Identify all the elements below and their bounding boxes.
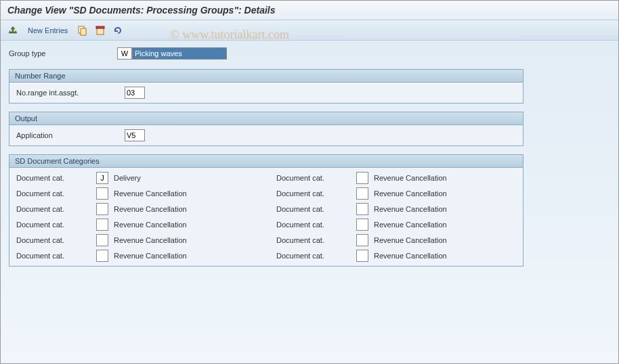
application-input[interactable]	[125, 129, 145, 141]
doc-cat-desc: Revenue Cancellation	[374, 205, 447, 213]
doc-cat-row: Document cat.Revenue Cancellation	[276, 219, 516, 231]
doc-cat-code-input[interactable]	[356, 219, 368, 231]
group-type-desc-input[interactable]	[132, 47, 227, 60]
doc-cat-desc: Revenue Cancellation	[374, 236, 447, 244]
number-range-group: Number Range No.range int.assgt.	[9, 69, 524, 104]
doc-cat-label: Document cat.	[276, 221, 351, 229]
doc-cat-label: Document cat.	[276, 252, 351, 260]
doc-cat-code-input[interactable]	[356, 234, 368, 246]
output-header: Output	[9, 112, 523, 125]
doc-cat-label: Document cat.	[16, 174, 91, 182]
doc-categories-header: SD Document Categories	[9, 155, 523, 168]
toolbar: New Entries	[1, 20, 618, 41]
application-label: Application	[16, 131, 125, 139]
doc-cat-code-input[interactable]	[96, 203, 108, 215]
doc-cat-row: Document cat.Revenue Cancellation	[16, 219, 256, 231]
copy-as-icon[interactable]	[76, 24, 89, 37]
no-range-label: No.range int.assgt.	[16, 89, 125, 97]
doc-cat-row: Document cat.Revenue Cancellation	[276, 203, 516, 215]
number-range-header: Number Range	[9, 70, 523, 83]
doc-cat-desc: Revenue Cancellation	[114, 189, 187, 198]
doc-cat-row: Document cat.Revenue Cancellation	[16, 250, 256, 262]
doc-cat-row: Document cat.Revenue Cancellation	[16, 203, 256, 215]
undo-change-icon[interactable]	[111, 24, 125, 37]
doc-cat-code-input[interactable]	[96, 250, 108, 262]
svg-rect-1	[81, 28, 86, 35]
doc-cat-desc: Revenue Cancellation	[374, 252, 447, 260]
doc-cat-desc: Delivery	[114, 174, 141, 182]
doc-cat-label: Document cat.	[16, 252, 91, 260]
no-range-input[interactable]	[125, 87, 145, 99]
doc-cat-desc: Revenue Cancellation	[114, 252, 187, 260]
doc-cat-code-input[interactable]	[356, 187, 368, 200]
doc-cat-row: Document cat.Revenue Cancellation	[16, 187, 256, 200]
output-group: Output Application	[9, 112, 524, 146]
doc-cat-row: Document cat.Revenue Cancellation	[16, 234, 256, 246]
doc-cat-code-input[interactable]	[356, 172, 368, 184]
doc-cat-code-input[interactable]	[356, 250, 368, 262]
doc-cat-label: Document cat.	[16, 205, 91, 213]
group-type-row: Group type	[9, 47, 610, 60]
doc-cat-code-input[interactable]	[356, 203, 368, 215]
group-type-label: Group type	[9, 49, 117, 58]
doc-cat-row: Document cat.Revenue Cancellation	[276, 172, 516, 184]
svg-rect-3	[96, 26, 104, 28]
doc-cat-desc: Revenue Cancellation	[114, 205, 187, 213]
doc-cat-row: Document cat.Delivery	[16, 172, 256, 184]
doc-cat-label: Document cat.	[276, 189, 351, 198]
doc-cat-label: Document cat.	[16, 236, 91, 244]
group-type-code-input[interactable]	[117, 47, 132, 60]
doc-cat-label: Document cat.	[276, 174, 351, 182]
doc-categories-group: SD Document Categories Document cat.Deli…	[9, 154, 524, 267]
doc-cat-desc: Revenue Cancellation	[374, 189, 447, 198]
doc-cat-code-input[interactable]	[96, 187, 108, 200]
content-area: Group type Number Range No.range int.ass…	[1, 41, 618, 364]
doc-cat-desc: Revenue Cancellation	[374, 221, 447, 229]
delete-icon[interactable]	[93, 24, 107, 37]
doc-cat-desc: Revenue Cancellation	[374, 174, 447, 182]
new-entries-button[interactable]: New Entries	[24, 25, 72, 36]
doc-cat-label: Document cat.	[16, 189, 91, 198]
doc-cat-code-input[interactable]	[96, 219, 108, 231]
doc-cat-row: Document cat.Revenue Cancellation	[276, 234, 516, 246]
toggle-display-change-icon[interactable]	[6, 24, 20, 37]
doc-cat-label: Document cat.	[276, 236, 351, 244]
doc-cat-desc: Revenue Cancellation	[114, 236, 187, 244]
doc-cat-label: Document cat.	[276, 205, 351, 213]
page-title: Change View "SD Documents: Processing Gr…	[1, 1, 618, 20]
doc-cat-row: Document cat.Revenue Cancellation	[276, 187, 516, 200]
doc-cat-code-input[interactable]	[96, 172, 108, 184]
doc-cat-code-input[interactable]	[96, 234, 108, 246]
doc-cat-desc: Revenue Cancellation	[114, 221, 187, 229]
doc-cat-label: Document cat.	[16, 221, 91, 229]
doc-cat-row: Document cat.Revenue Cancellation	[276, 250, 516, 262]
